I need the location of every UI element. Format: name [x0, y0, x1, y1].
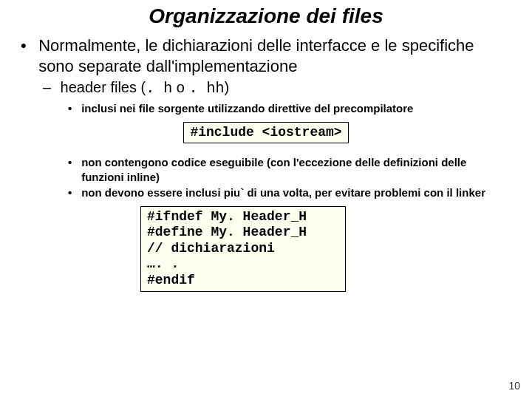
- code-inline-2: . hh: [188, 80, 224, 97]
- code-line: #define My. Header_H: [147, 225, 339, 241]
- bullet-level3-b: • non contengono codice eseguibile (con …: [0, 151, 532, 184]
- code-box-include: #include <iostream>: [183, 122, 348, 144]
- bullet-level3-a: • inclusi nei file sorgente utilizzando …: [0, 97, 532, 116]
- small-bullet-icon: •: [68, 155, 78, 170]
- code-line: #endif: [147, 273, 339, 289]
- code-line: // dichiarazioni: [147, 241, 339, 257]
- bullet-text: Normalmente, le dichiarazioni delle inte…: [38, 35, 511, 76]
- sub-mid: o: [172, 79, 188, 95]
- bullet-dot-icon: •: [21, 35, 34, 56]
- sub-prefix: header files (: [61, 79, 146, 95]
- sub-c-text: non devono essere inclusi piu` di una vo…: [81, 185, 495, 200]
- code-box-guard: #ifndef My. Header_H #define My. Header_…: [140, 206, 346, 292]
- sub-b-text: non contengono codice eseguibile (con l'…: [81, 155, 495, 184]
- small-bullet-icon: •: [68, 185, 78, 200]
- slide-title: Organizzazione dei files: [0, 0, 532, 35]
- sub-text: header files (. h o . hh): [61, 79, 230, 97]
- bullet-level1: • Normalmente, le dichiarazioni delle in…: [0, 35, 532, 76]
- code-line: …. .: [147, 256, 339, 273]
- page-number: 10: [508, 380, 520, 392]
- code-inline-1: . h: [146, 80, 172, 97]
- small-bullet-icon: •: [68, 101, 78, 116]
- code-line: #ifndef My. Header_H: [147, 209, 339, 225]
- dash-icon: –: [43, 79, 56, 96]
- bullet-level2: – header files (. h o . hh): [0, 76, 532, 97]
- sub-a-text: inclusi nei file sorgente utilizzando di…: [81, 101, 495, 116]
- sub-suffix: ): [224, 79, 229, 95]
- bullet-level3-c: • non devono essere inclusi piu` di una …: [0, 184, 532, 200]
